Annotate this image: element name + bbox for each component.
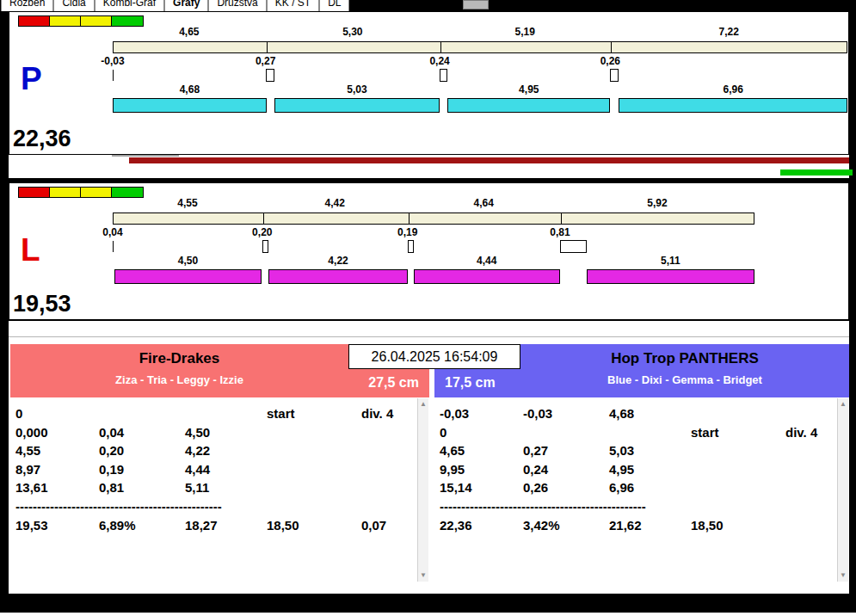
- result-cell: 3,42%: [523, 516, 609, 535]
- result-cell: 18,50: [267, 516, 361, 535]
- totals-row: 19,536,89%18,2718,500,07: [10, 516, 429, 535]
- result-cell: 13,61: [15, 478, 99, 497]
- legend-box: [81, 16, 112, 26]
- crossing-time: 0,27: [256, 55, 275, 67]
- split-time: 4,55: [177, 197, 197, 209]
- tab-bar: RozbehCidlaKombi-GrafGrafyDruzstvaKK / S…: [1, 0, 349, 11]
- split-time-labels: 4,554,424,645,92: [9, 197, 848, 209]
- result-cell: 4,50: [185, 423, 267, 442]
- result-cell: [691, 478, 785, 497]
- result-cell: [267, 441, 361, 460]
- result-cell: [691, 441, 785, 460]
- tab-cidla[interactable]: Cidla: [53, 0, 94, 11]
- result-cell: [523, 423, 609, 442]
- crossing-boxes: [9, 69, 848, 82]
- green-progress-bar: [780, 169, 853, 176]
- team-results-right: ▲ ▼ -0,03-0,034,680startdiv. 44,650,275,…: [434, 397, 849, 582]
- crossing-time: 0,04: [102, 226, 122, 238]
- dog-bar: [268, 269, 407, 284]
- dog-time-labels: 4,685,034,956,96: [9, 83, 848, 95]
- divider-line: [9, 336, 849, 337]
- result-cell: start: [691, 423, 785, 442]
- result-cell: 0,27: [523, 441, 609, 460]
- separator-line: ----------------------------------------…: [10, 497, 268, 516]
- legend-box: [112, 188, 143, 197]
- result-cell: 15,14: [440, 478, 523, 497]
- bottom-strip: [0, 613, 856, 616]
- dog-time: 4,44: [477, 255, 496, 267]
- separator-line: ----------------------------------------…: [434, 497, 693, 516]
- graph-panel-right-lane: 4,655,305,197,22 -0,030,270,240,26 P 4,6…: [9, 11, 849, 155]
- result-cell: 4,44: [185, 460, 267, 479]
- result-cell: start: [267, 404, 361, 423]
- dog-time: 4,95: [519, 83, 539, 95]
- result-cell: [267, 478, 361, 497]
- scroll-up-icon[interactable]: ▲: [838, 398, 848, 410]
- scroll-down-icon[interactable]: ▼: [838, 570, 848, 582]
- split-time: 5,92: [647, 197, 667, 209]
- dog-time: 5,11: [661, 255, 680, 267]
- result-cell: [691, 404, 785, 423]
- split-time: 7,22: [719, 26, 739, 38]
- lane-total-time: 19,53: [13, 291, 71, 317]
- crossing-boxes: [9, 240, 848, 253]
- team-results-left: ▲ ▼ 0startdiv. 40,0000,044,504,550,204,2…: [10, 397, 429, 582]
- lane-total-time: 22,36: [13, 126, 71, 152]
- gray-line: [112, 155, 179, 157]
- dog-bar: [274, 98, 440, 113]
- result-cell: 5,11: [185, 478, 267, 497]
- tab-kk-st[interactable]: KK / ST: [267, 0, 319, 11]
- tab-dl[interactable]: DL: [319, 0, 349, 11]
- split-time-labels: 4,655,305,197,22: [9, 26, 848, 38]
- crossing-box: [113, 70, 114, 81]
- crossing-box: [408, 240, 414, 253]
- tab-kombi-graf[interactable]: Kombi-Graf: [95, 0, 164, 11]
- result-cell: 0,000: [15, 423, 99, 442]
- result-cell: 0,24: [523, 460, 609, 479]
- dog-bar: [619, 98, 847, 113]
- result-row: 8,970,194,44: [10, 460, 429, 479]
- split-divider: [263, 213, 264, 224]
- crossing-time: 0,81: [550, 226, 570, 238]
- crossing-time-labels: 0,040,200,190,81: [9, 226, 848, 237]
- scroll-up-icon[interactable]: ▲: [418, 398, 428, 410]
- scroll-down-icon[interactable]: ▼: [418, 570, 428, 582]
- crossing-time: 0,26: [600, 55, 620, 67]
- tab-grafy[interactable]: Grafy: [164, 0, 208, 11]
- result-cell: 4,65: [440, 441, 523, 460]
- split-time: 5,19: [515, 26, 535, 38]
- dog-bar: [414, 269, 560, 284]
- scrollbar[interactable]: ▲ ▼: [417, 398, 428, 582]
- crossing-time-labels: -0,030,270,240,26: [9, 55, 848, 66]
- split-time: 4,65: [179, 26, 199, 38]
- crossing-time: -0,03: [101, 55, 124, 67]
- result-cell: 4,22: [185, 441, 267, 460]
- legend-box: [81, 188, 112, 197]
- scrollbar[interactable]: ▲ ▼: [837, 398, 848, 582]
- dog-bar: [447, 98, 610, 113]
- split-time: 4,42: [325, 197, 345, 209]
- dog-time-bars: [9, 98, 848, 113]
- result-cell: [185, 404, 267, 423]
- result-cell: 0,81: [99, 478, 185, 497]
- result-cell: 0,26: [523, 478, 609, 497]
- result-cell: [609, 423, 691, 442]
- tab-druzstva[interactable]: Druzstva: [208, 0, 266, 11]
- crossing-time: 0,20: [252, 226, 272, 238]
- split-bar: [113, 41, 847, 53]
- result-cell: [267, 423, 361, 442]
- crossing-box: [266, 69, 274, 82]
- result-cell: 19,53: [15, 516, 99, 535]
- result-row: 4,650,275,03: [434, 441, 849, 460]
- split-divider: [440, 42, 441, 52]
- result-cell: 8,97: [15, 460, 99, 479]
- crossing-box: [113, 241, 114, 252]
- result-cell: [691, 460, 785, 479]
- result-cell: [267, 460, 361, 479]
- team-dogs: Blue - Dixi - Gemma - Bridget: [520, 367, 849, 386]
- red-progress-bar: [129, 157, 849, 163]
- graph-panel-left-lane: 4,554,424,645,92 0,040,200,190,81 L 4,50…: [9, 182, 849, 320]
- jump-height: 17,5 cm: [445, 375, 496, 391]
- dog-time-labels: 4,504,224,445,11: [9, 255, 848, 267]
- tab-rozbeh[interactable]: Rozbeh: [1, 0, 53, 11]
